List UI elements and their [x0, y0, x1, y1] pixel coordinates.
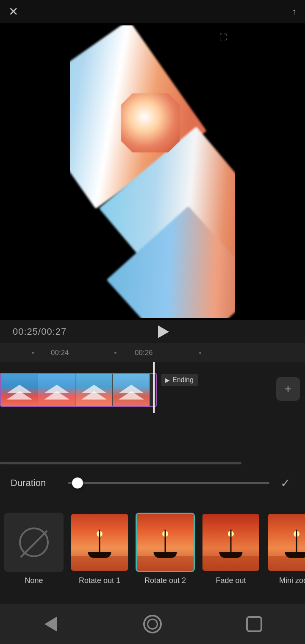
- effect-item-rotate-out-2[interactable]: Rotate out 2: [136, 513, 195, 585]
- bottom-nav: [0, 604, 305, 644]
- close-button[interactable]: ✕: [8, 5, 18, 19]
- timeline-track[interactable]: [0, 373, 157, 407]
- boat-4: [285, 530, 305, 558]
- water-reflect-1: [71, 556, 128, 571]
- water-reflect-3: [202, 556, 259, 571]
- track-thumb-3: [75, 374, 113, 406]
- home-nav-button[interactable]: [140, 611, 165, 637]
- confirm-button[interactable]: ✓: [276, 474, 294, 492]
- effect-label-none: None: [25, 576, 43, 585]
- timeline-area: ▶ Ending +: [0, 362, 305, 413]
- duration-label: Duration: [11, 477, 61, 489]
- export-button[interactable]: ↑: [292, 6, 297, 17]
- playhead[interactable]: [153, 362, 155, 413]
- center-shape: [121, 93, 180, 153]
- playback-bar: 00:25/00:27: [0, 320, 305, 343]
- ending-text: Ending: [172, 376, 194, 384]
- effect-label-mini-zoom: Mini zoom: [279, 576, 305, 585]
- boat-2: [154, 530, 177, 558]
- effect-item-mini-zoom[interactable]: Mini zoom: [267, 513, 305, 585]
- effect-item-none[interactable]: None: [4, 513, 64, 585]
- back-nav-button[interactable]: [38, 611, 64, 637]
- ruler-dot: [32, 352, 34, 354]
- water-reflect-2: [137, 556, 194, 571]
- water-reflect-4: [268, 556, 305, 571]
- track-thumb-1: [1, 374, 38, 406]
- none-icon: [19, 527, 49, 557]
- effect-thumb-rotate-out-1: [70, 513, 129, 572]
- ruler-label-1: 00:24: [51, 349, 69, 357]
- fullscreen-button[interactable]: ⛶: [216, 30, 231, 45]
- effect-label-rotate-out-2: Rotate out 2: [144, 576, 186, 585]
- fullscreen-icon: ⛶: [219, 33, 227, 42]
- boat-3: [219, 530, 243, 558]
- duration-section: Duration ✓: [0, 466, 305, 500]
- square-icon: [246, 616, 262, 632]
- slider-thumb[interactable]: [72, 477, 83, 489]
- video-preview: ⛶: [0, 23, 305, 320]
- play-button[interactable]: [153, 322, 172, 341]
- effects-section: None Rotate out 1: [0, 506, 305, 604]
- add-clip-button[interactable]: +: [276, 377, 300, 401]
- effect-label-rotate-out-1: Rotate out 1: [79, 576, 120, 585]
- ruler-dot-3: [199, 352, 201, 354]
- boat-1: [88, 530, 111, 558]
- ending-icon: ▶: [165, 377, 170, 383]
- slider-track: [68, 482, 269, 484]
- video-canvas: ⛶: [70, 25, 235, 318]
- ruler-label-2: 00:26: [135, 349, 153, 357]
- effect-thumb-fade-out: [201, 513, 261, 572]
- home-icon: [143, 615, 162, 633]
- effect-thumb-none: [4, 513, 64, 572]
- timeline-ruler: 00:24 00:26: [0, 343, 305, 362]
- ending-label: ▶ Ending: [161, 374, 198, 386]
- play-icon: [158, 325, 169, 338]
- back-icon: [44, 616, 57, 632]
- track-thumb-2: [38, 374, 75, 406]
- track-thumb-4: [113, 374, 150, 406]
- recents-nav-button[interactable]: [241, 611, 267, 637]
- effect-item-fade-out[interactable]: Fade out: [201, 513, 261, 585]
- time-display: 00:25/00:27: [13, 326, 67, 337]
- top-bar: ✕ ↑: [0, 0, 305, 23]
- effect-item-rotate-out-1[interactable]: Rotate out 1: [70, 513, 129, 585]
- effect-thumb-mini-zoom: [267, 513, 305, 572]
- effect-thumb-rotate-out-2: [136, 513, 195, 572]
- ruler-dot-2: [114, 352, 116, 354]
- duration-slider[interactable]: [68, 475, 269, 491]
- timeline-scrollbar[interactable]: [0, 462, 241, 464]
- effect-label-fade-out: Fade out: [216, 576, 246, 585]
